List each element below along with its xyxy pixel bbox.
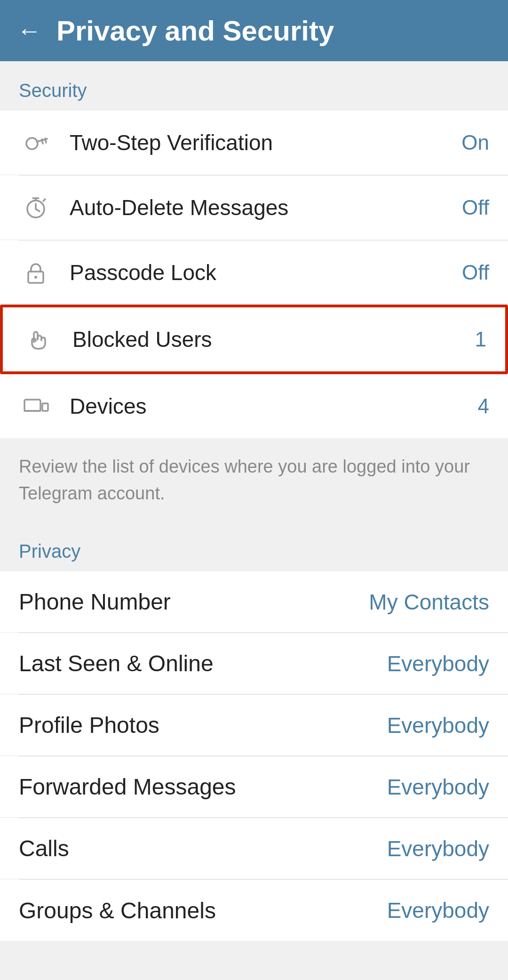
svg-line-2 bbox=[45, 138, 46, 143]
content: Security Two-Step Verification On bbox=[0, 61, 508, 941]
forwarded-messages-item[interactable]: Forwarded Messages Everybody bbox=[0, 756, 508, 818]
phone-number-item[interactable]: Phone Number My Contacts bbox=[0, 571, 508, 633]
calls-item[interactable]: Calls Everybody bbox=[0, 818, 508, 879]
passcode-lock-value: Off bbox=[462, 261, 489, 284]
calls-label: Calls bbox=[19, 835, 387, 861]
groups-channels-value: Everybody bbox=[387, 898, 489, 923]
svg-line-3 bbox=[42, 139, 43, 144]
security-settings-group: Two-Step Verification On Auto-Delete bbox=[0, 111, 508, 305]
privacy-settings-group: Phone Number My Contacts Last Seen & Onl… bbox=[0, 571, 508, 941]
groups-channels-item[interactable]: Groups & Channels Everybody bbox=[0, 880, 508, 941]
timer-icon bbox=[19, 191, 53, 225]
page-title: Privacy and Security bbox=[56, 15, 334, 47]
devices-note: Review the list of devices where you are… bbox=[0, 438, 508, 522]
last-seen-online-item[interactable]: Last Seen & Online Everybody bbox=[0, 633, 508, 694]
passcode-lock-label: Passcode Lock bbox=[70, 260, 462, 285]
key-icon bbox=[19, 126, 53, 160]
auto-delete-messages-value: Off bbox=[462, 196, 489, 219]
passcode-lock-item[interactable]: Passcode Lock Off bbox=[0, 241, 508, 305]
back-button[interactable]: ← bbox=[17, 18, 41, 43]
last-seen-online-value: Everybody bbox=[387, 651, 489, 676]
privacy-section: Privacy Phone Number My Contacts Last Se… bbox=[0, 522, 508, 941]
forwarded-messages-label: Forwarded Messages bbox=[19, 774, 387, 800]
devices-label: Devices bbox=[70, 394, 478, 419]
lock-icon bbox=[19, 256, 53, 289]
profile-photos-value: Everybody bbox=[387, 713, 489, 738]
devices-value: 4 bbox=[478, 394, 489, 418]
blocked-users-item[interactable]: Blocked Users 1 bbox=[0, 305, 508, 374]
two-step-verification-value: On bbox=[461, 131, 489, 154]
auto-delete-messages-item[interactable]: Auto-Delete Messages Off bbox=[0, 176, 508, 240]
svg-point-11 bbox=[34, 276, 37, 279]
svg-line-9 bbox=[43, 199, 45, 201]
two-step-verification-label: Two-Step Verification bbox=[70, 130, 461, 155]
privacy-section-label: Privacy bbox=[0, 522, 508, 571]
svg-line-6 bbox=[36, 209, 40, 211]
last-seen-online-label: Last Seen & Online bbox=[19, 651, 387, 676]
phone-number-label: Phone Number bbox=[19, 589, 369, 615]
groups-channels-label: Groups & Channels bbox=[19, 898, 387, 924]
devices-group: Devices 4 bbox=[0, 374, 508, 438]
security-section: Security Two-Step Verification On bbox=[0, 61, 508, 522]
svg-rect-12 bbox=[24, 400, 40, 411]
profile-photos-label: Profile Photos bbox=[19, 712, 387, 738]
svg-rect-13 bbox=[42, 403, 48, 411]
security-section-label: Security bbox=[0, 61, 508, 111]
block-icon bbox=[22, 322, 56, 356]
svg-point-0 bbox=[26, 138, 38, 149]
forwarded-messages-value: Everybody bbox=[387, 774, 489, 800]
header: ← Privacy and Security bbox=[0, 0, 508, 61]
blocked-users-value: 1 bbox=[475, 328, 486, 351]
devices-icon bbox=[19, 389, 53, 423]
blocked-users-label: Blocked Users bbox=[72, 327, 475, 352]
auto-delete-messages-label: Auto-Delete Messages bbox=[70, 195, 462, 220]
two-step-verification-item[interactable]: Two-Step Verification On bbox=[0, 111, 508, 175]
profile-photos-item[interactable]: Profile Photos Everybody bbox=[0, 695, 508, 756]
devices-item[interactable]: Devices 4 bbox=[0, 374, 508, 438]
phone-number-value: My Contacts bbox=[369, 589, 489, 615]
calls-value: Everybody bbox=[387, 836, 489, 861]
